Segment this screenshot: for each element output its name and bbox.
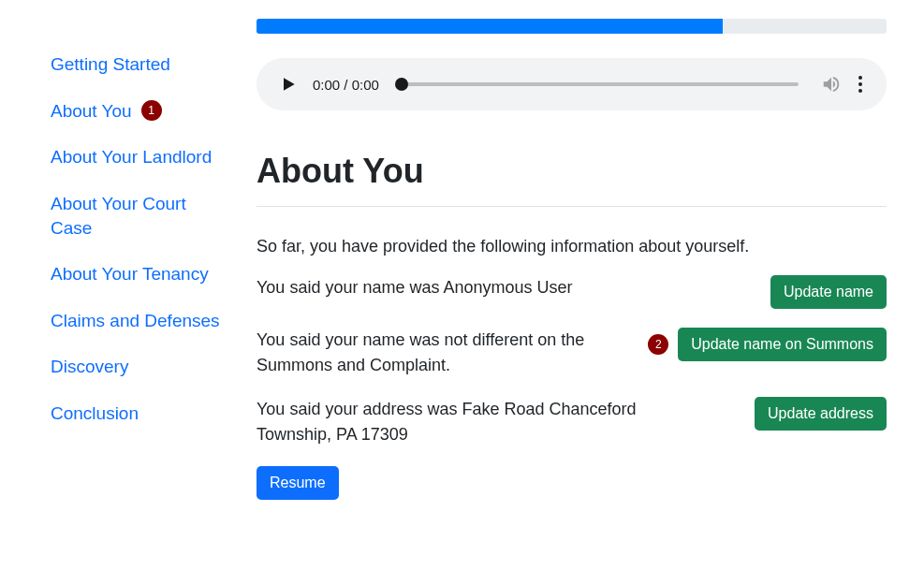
divider [257, 206, 887, 207]
nav-label: About You [51, 99, 132, 124]
intro-text: So far, you have provided the following … [257, 237, 887, 256]
info-row-address: You said your address was Fake Road Chan… [257, 397, 887, 447]
nav-label: Conclusion [51, 402, 139, 426]
more-options-icon[interactable] [857, 76, 864, 93]
nav-item-discovery[interactable]: Discovery [51, 355, 225, 379]
nav-label: About Your Court Case [51, 192, 225, 240]
volume-icon[interactable] [821, 74, 842, 95]
row-text: You said your address was Fake Road Chan… [257, 397, 659, 447]
page-title: About You [257, 152, 887, 191]
info-row-summons-name: You said your name was not different on … [257, 328, 887, 378]
nav-label: Discovery [51, 355, 128, 379]
nav-item-getting-started[interactable]: Getting Started [51, 52, 225, 77]
nav-label: About Your Landlord [51, 145, 212, 169]
progress-bar [257, 19, 887, 34]
nav-label: Getting Started [51, 52, 170, 77]
audio-time-display: 0:00 / 0:00 [313, 77, 379, 93]
nav-label: Claims and Defenses [51, 309, 220, 333]
nav-item-claims-and-defenses[interactable]: Claims and Defenses [51, 309, 225, 333]
audio-seek-thumb[interactable] [395, 78, 408, 91]
annotation-badge-1: 1 [141, 100, 162, 121]
nav-item-about-you[interactable]: About You 1 [51, 99, 225, 124]
update-address-button[interactable]: Update address [755, 397, 887, 431]
nav-item-about-your-tenancy[interactable]: About Your Tenancy [51, 262, 225, 286]
nav-item-about-your-landlord[interactable]: About Your Landlord [51, 145, 225, 169]
nav-label: About Your Tenancy [51, 262, 209, 286]
sidebar-nav: Getting Started About You 1 About Your L… [0, 19, 234, 570]
nav-item-conclusion[interactable]: Conclusion [51, 402, 225, 426]
progress-fill [257, 19, 723, 34]
audio-player: 0:00 / 0:00 [257, 58, 887, 110]
update-name-on-summons-button[interactable]: Update name on Summons [678, 328, 887, 361]
main-content: 0:00 / 0:00 About You So far, you have p… [234, 19, 924, 570]
update-name-button[interactable]: Update name [770, 275, 887, 309]
play-icon[interactable] [279, 75, 298, 94]
info-row-name: You said your name was Anonymous User Up… [257, 275, 887, 309]
audio-seek-track[interactable] [402, 82, 799, 86]
row-text: You said your name was Anonymous User [257, 275, 573, 300]
resume-button[interactable]: Resume [257, 466, 339, 500]
row-text: You said your name was not different on … [257, 328, 633, 378]
annotation-badge-2: 2 [648, 334, 668, 355]
nav-item-about-your-court-case[interactable]: About Your Court Case [51, 192, 225, 240]
